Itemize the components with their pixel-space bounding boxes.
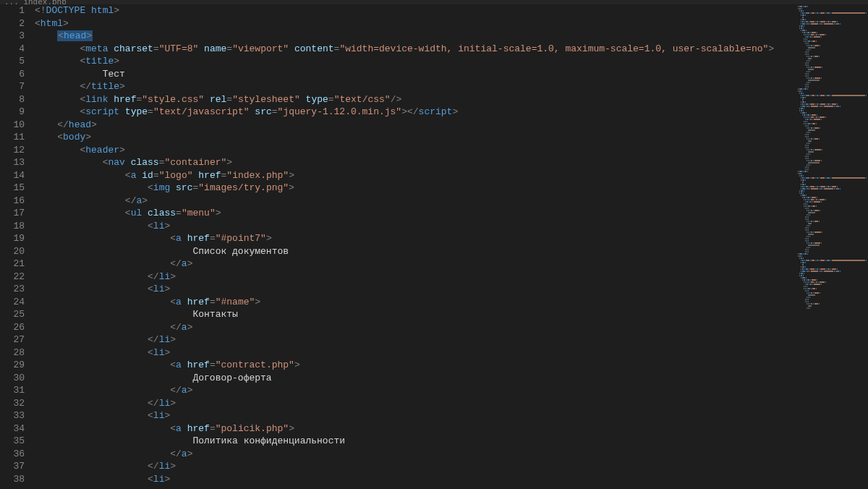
code-line[interactable]: <nav class="container"> [35, 156, 796, 169]
line-number: 3 [0, 30, 25, 43]
line-number: 13 [0, 156, 25, 169]
code-line[interactable]: <li> [35, 346, 796, 360]
code-line[interactable]: <!DOCTYPE html> [35, 4, 796, 17]
line-number: 19 [0, 232, 25, 245]
code-line[interactable]: Тест [35, 68, 796, 81]
line-number: 26 [0, 321, 25, 334]
line-number: 28 [0, 346, 25, 360]
line-number: 38 [0, 473, 25, 486]
line-number: 2 [0, 17, 25, 30]
code-line[interactable]: <img src="images/try.png"> [35, 182, 796, 195]
code-line[interactable]: <body> [35, 131, 796, 144]
code-line[interactable]: <a id="logo" href="index.php"> [35, 169, 796, 182]
line-number: 18 [0, 220, 25, 233]
code-line[interactable]: <a href="contract.php"> [35, 359, 796, 372]
line-number: 25 [0, 308, 25, 321]
code-line[interactable]: <a href="#point7"> [35, 232, 796, 245]
line-number: 6 [0, 68, 25, 81]
code-editor[interactable]: 1234567891011121314151617181920212223242… [0, 4, 796, 489]
code-line[interactable]: <ul class="menu"> [35, 207, 796, 220]
code-line[interactable]: </head> [35, 119, 796, 132]
code-line[interactable]: <li> [35, 283, 796, 296]
code-line[interactable]: <a href="#name"> [35, 296, 796, 309]
code-line[interactable]: <script type="text/javascript" src="jque… [35, 106, 796, 119]
line-number: 34 [0, 422, 25, 435]
code-line[interactable]: </a> [35, 195, 796, 208]
line-number: 32 [0, 397, 25, 410]
code-line[interactable]: <li> [35, 409, 796, 422]
line-number: 4 [0, 43, 25, 56]
line-number: 11 [0, 131, 25, 144]
code-line[interactable]: <li> [35, 220, 796, 233]
code-line[interactable]: </title> [35, 80, 796, 93]
code-line[interactable]: <meta charset="UTF=8" name="viewport" co… [35, 43, 796, 56]
line-number: 10 [0, 119, 25, 132]
line-number: 5 [0, 55, 25, 68]
line-number: 20 [0, 245, 25, 258]
code-line[interactable]: Политика конфиденциальности [35, 435, 796, 448]
code-area[interactable]: <!DOCTYPE html><html> <head> <meta chars… [35, 4, 796, 489]
line-number: 15 [0, 182, 25, 195]
code-line[interactable]: <link href="style.css" rel="stylesheet" … [35, 93, 796, 106]
line-number: 17 [0, 207, 25, 220]
line-number: 27 [0, 333, 25, 346]
code-line[interactable]: </li> [35, 460, 796, 473]
line-number: 14 [0, 169, 25, 182]
line-number: 36 [0, 448, 25, 461]
code-line[interactable]: </a> [35, 258, 796, 271]
line-number: 21 [0, 258, 25, 271]
line-number: 35 [0, 435, 25, 448]
line-number: 24 [0, 296, 25, 309]
code-line[interactable]: </li> [35, 271, 796, 284]
line-number: 33 [0, 409, 25, 422]
code-line[interactable]: <title> [35, 55, 796, 68]
line-number: 12 [0, 144, 25, 157]
code-line[interactable]: Договор-оферта [35, 372, 796, 385]
line-number: 7 [0, 80, 25, 93]
editor-main: 1234567891011121314151617181920212223242… [0, 4, 868, 489]
line-number: 37 [0, 460, 25, 473]
code-line[interactable]: Контакты [35, 308, 796, 321]
line-number: 30 [0, 372, 25, 385]
code-line[interactable]: </a> [35, 448, 796, 461]
line-number: 9 [0, 106, 25, 119]
minimap[interactable] [796, 4, 868, 489]
code-line[interactable]: <html> [35, 17, 796, 30]
line-number: 16 [0, 195, 25, 208]
minimap-content [798, 6, 867, 310]
code-line[interactable]: <header> [35, 144, 796, 157]
code-line[interactable]: <li> [35, 473, 796, 486]
line-number: 31 [0, 384, 25, 397]
line-number: 8 [0, 93, 25, 106]
code-line[interactable]: </li> [35, 397, 796, 410]
line-number-gutter: 1234567891011121314151617181920212223242… [0, 4, 35, 489]
code-line[interactable]: Список документов [35, 245, 796, 258]
line-number: 23 [0, 283, 25, 296]
code-line[interactable]: </a> [35, 321, 796, 334]
code-line[interactable]: <head> [35, 30, 796, 43]
line-number: 29 [0, 359, 25, 372]
code-line[interactable]: </li> [35, 333, 796, 346]
line-number: 22 [0, 271, 25, 284]
code-line[interactable]: <a href="policik.php"> [35, 422, 796, 435]
code-line[interactable]: </a> [35, 384, 796, 397]
line-number: 1 [0, 4, 25, 17]
